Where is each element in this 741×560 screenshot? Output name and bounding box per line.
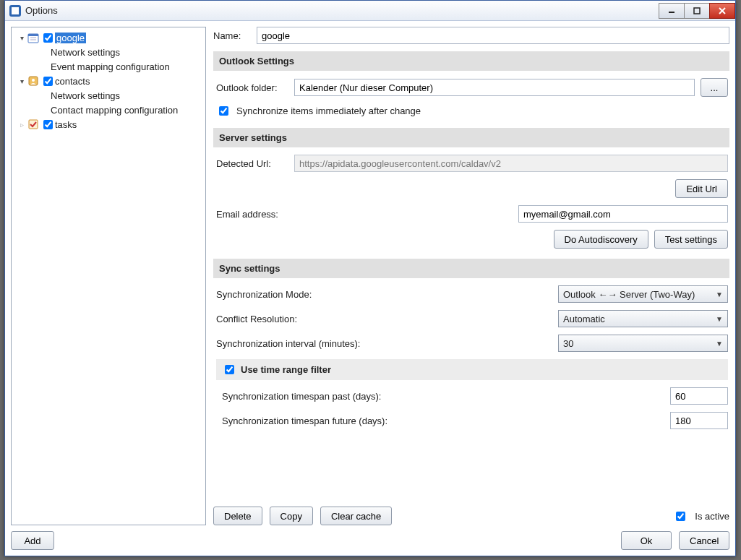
- detected-url-label: Detected Url:: [216, 158, 288, 169]
- tree-node-google[interactable]: ▾ google: [16, 30, 204, 45]
- tree-checkbox[interactable]: [43, 77, 53, 86]
- future-input[interactable]: [670, 412, 728, 429]
- chevron-down-icon: ▼: [716, 315, 723, 323]
- future-label: Synchronization timespan future (days):: [222, 415, 387, 426]
- outlook-folder-input[interactable]: [294, 79, 695, 96]
- time-range-checkbox[interactable]: [225, 365, 234, 374]
- outlook-folder-label: Outlook folder:: [216, 82, 288, 93]
- tree-child[interactable]: Network settings: [16, 88, 204, 103]
- past-label: Synchronization timespan past (days):: [222, 391, 381, 402]
- settings-panel: Name: Outlook Settings Outlook folder: .…: [213, 27, 729, 525]
- tree-node-tasks[interactable]: ▹ tasks: [16, 117, 204, 132]
- is-active-label: Is active: [695, 511, 729, 522]
- is-active-checkbox[interactable]: [676, 512, 685, 521]
- sync-mode-label: Synchronization Mode:: [216, 289, 312, 300]
- minimize-button[interactable]: [659, 3, 685, 19]
- svg-rect-1: [694, 8, 700, 14]
- svg-rect-5: [28, 34, 38, 36]
- delete-button[interactable]: Delete: [213, 507, 262, 525]
- email-label: Email address:: [216, 209, 288, 220]
- email-input[interactable]: [518, 205, 728, 223]
- app-icon: [9, 5, 21, 17]
- sync-mode-select[interactable]: Outlook ←→ Server (Two-Way)▼: [558, 285, 728, 303]
- profile-tree[interactable]: ▾ google Network settings Event mapping …: [11, 27, 206, 525]
- expander-icon[interactable]: ▾: [17, 77, 26, 85]
- sync-section-header: Sync settings: [213, 259, 729, 278]
- browse-folder-button[interactable]: ...: [701, 78, 728, 97]
- server-section-header: Server settings: [213, 128, 729, 147]
- add-button[interactable]: Add: [11, 531, 54, 550]
- tree-checkbox[interactable]: [43, 33, 53, 43]
- autodiscovery-button[interactable]: Do Autodiscovery: [554, 230, 648, 249]
- expander-icon[interactable]: ▹: [17, 121, 26, 129]
- conflict-label: Conflict Resolution:: [216, 314, 297, 324]
- cancel-button[interactable]: Cancel: [679, 531, 729, 550]
- calendar-icon: [27, 32, 39, 43]
- svg-point-9: [32, 79, 35, 82]
- maximize-button[interactable]: [684, 3, 710, 19]
- interval-label: Synchronization interval (minutes):: [216, 338, 360, 349]
- svg-rect-10: [29, 120, 38, 129]
- edit-url-button[interactable]: Edit Url: [675, 179, 728, 198]
- tree-child[interactable]: Contact mapping configuration: [16, 103, 204, 117]
- name-input[interactable]: [257, 27, 729, 44]
- ok-button[interactable]: Ok: [621, 531, 672, 550]
- outlook-section-header: Outlook Settings: [213, 51, 729, 71]
- window-title: Options: [25, 5, 58, 16]
- titlebar: Options: [5, 1, 735, 21]
- copy-button[interactable]: Copy: [270, 507, 313, 525]
- sync-immediate-label: Synchronize items immediately after chan…: [236, 105, 421, 116]
- clear-cache-button[interactable]: Clear cache: [320, 507, 392, 525]
- options-window: Options ▾: [4, 0, 736, 556]
- tree-child[interactable]: Network settings: [16, 45, 204, 59]
- tasks-icon: [27, 119, 39, 130]
- expander-icon[interactable]: ▾: [17, 34, 26, 42]
- interval-select[interactable]: 30▼: [558, 335, 728, 352]
- chevron-down-icon: ▼: [716, 290, 723, 298]
- chevron-down-icon: ▼: [716, 340, 723, 348]
- detected-url-input: [294, 155, 728, 172]
- name-label: Name:: [213, 30, 251, 41]
- tree-child[interactable]: Event mapping configuration: [16, 59, 204, 74]
- close-button[interactable]: [709, 3, 735, 19]
- past-input[interactable]: [670, 387, 728, 405]
- contacts-icon: [27, 75, 39, 87]
- time-range-subheader: Use time range filter: [216, 359, 728, 380]
- test-settings-button[interactable]: Test settings: [654, 230, 728, 249]
- conflict-select[interactable]: Automatic▼: [558, 310, 728, 327]
- tree-node-contacts[interactable]: ▾ contacts: [16, 74, 204, 88]
- sync-immediate-checkbox[interactable]: [219, 106, 228, 116]
- tree-checkbox[interactable]: [43, 120, 53, 129]
